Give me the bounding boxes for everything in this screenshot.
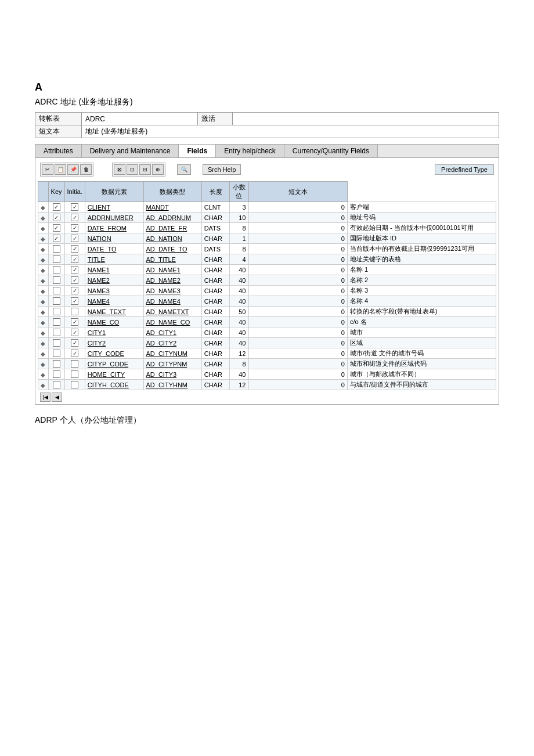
col-key-cb[interactable]: [48, 286, 64, 296]
tab-currency[interactable]: Currency/Quantity Fields: [284, 145, 378, 157]
col-key-cb[interactable]: [48, 348, 64, 359]
tab-delivery[interactable]: Delivery and Maintenance: [82, 145, 179, 157]
col-data-elem[interactable]: AD_DATE_TO: [143, 244, 201, 254]
col-data-elem[interactable]: AD_NAME4: [143, 296, 201, 307]
col-init-cb[interactable]: [64, 338, 85, 348]
col-field-name[interactable]: CITY1: [85, 327, 143, 338]
toolbar-btn-grid4[interactable]: ⊕: [152, 164, 164, 175]
toolbar-btn-copy[interactable]: 📋: [55, 164, 66, 175]
col-dtype: CHAR: [201, 286, 230, 296]
col-key-cb[interactable]: [48, 233, 64, 244]
col-dec: 0: [248, 359, 347, 369]
toolbar-btn-delete[interactable]: 🗑: [80, 164, 92, 175]
srch-help-button[interactable]: Srch Help: [203, 164, 241, 175]
toolbar-btn-grid3[interactable]: ⊟: [139, 164, 151, 175]
col-init-cb[interactable]: [64, 296, 85, 307]
col-data-elem[interactable]: AD_NATION: [143, 233, 201, 244]
col-init-cb[interactable]: [64, 223, 85, 233]
tab-fields[interactable]: Fields: [179, 145, 216, 157]
col-key-cb[interactable]: [48, 359, 64, 369]
col-init-cb[interactable]: [64, 369, 85, 380]
col-field-name[interactable]: CITY2: [85, 338, 143, 348]
col-key-cb[interactable]: [48, 317, 64, 327]
col-init-cb[interactable]: [64, 307, 85, 317]
nav-prev[interactable]: ◀: [52, 393, 62, 402]
col-init-cb[interactable]: [64, 265, 85, 275]
col-data-elem[interactable]: MANDT: [143, 202, 201, 213]
col-key-cb[interactable]: [48, 244, 64, 254]
col-data-elem[interactable]: AD_NAME3: [143, 286, 201, 296]
col-field-name[interactable]: CITYH_CODE: [85, 380, 143, 390]
toolbar-btn-grid1[interactable]: ⊠: [114, 164, 125, 175]
col-field-name[interactable]: CLIENT: [85, 202, 143, 213]
row-icon: ◆: [38, 296, 49, 307]
col-data-elem[interactable]: AD_NAME2: [143, 275, 201, 286]
nav-first[interactable]: |◀: [40, 393, 50, 402]
col-field-name[interactable]: ADDRNUMBER: [85, 213, 143, 223]
col-data-elem[interactable]: AD_DATE_FR: [143, 223, 201, 233]
toolbar-btn-filter[interactable]: 🔍: [177, 164, 191, 175]
col-field-name[interactable]: NAME_TEXT: [85, 307, 143, 317]
col-key-cb[interactable]: [48, 369, 64, 380]
col-data-elem[interactable]: AD_NAMETXT: [143, 307, 201, 317]
col-field-name[interactable]: NAME_CO: [85, 317, 143, 327]
col-key-cb[interactable]: [48, 265, 64, 275]
col-key-cb[interactable]: [48, 223, 64, 233]
col-data-elem[interactable]: AD_CITYPNM: [143, 359, 201, 369]
col-init-cb[interactable]: [64, 359, 85, 369]
col-init-cb[interactable]: [64, 244, 85, 254]
col-field-name[interactable]: NAME3: [85, 286, 143, 296]
toolbar-btn-grid2[interactable]: ⊡: [127, 164, 138, 175]
col-data-elem[interactable]: AD_ADDRNUM: [143, 213, 201, 223]
tab-entry-help[interactable]: Entry help/check: [216, 145, 284, 157]
col-short-text: 区域: [347, 338, 496, 348]
tab-attributes[interactable]: Attributes: [35, 145, 82, 157]
col-init-cb[interactable]: [64, 348, 85, 359]
col-key-cb[interactable]: [48, 380, 64, 390]
col-key-cb[interactable]: [48, 213, 64, 223]
col-key-cb[interactable]: [48, 296, 64, 307]
col-field-name[interactable]: DATE_TO: [85, 244, 143, 254]
col-data-elem[interactable]: AD_CITY1: [143, 327, 201, 338]
toolbar-btn-cut[interactable]: ✂: [42, 164, 53, 175]
col-data-elem[interactable]: AD_CITYHNM: [143, 380, 201, 390]
col-field-name[interactable]: CITYP_CODE: [85, 359, 143, 369]
col-dtype: CHAR: [201, 307, 230, 317]
col-field-name[interactable]: TITLE: [85, 254, 143, 265]
col-field-name[interactable]: NAME4: [85, 296, 143, 307]
meta-label-1: 转帐表: [35, 113, 82, 125]
col-data-elem[interactable]: AD_CITY2: [143, 338, 201, 348]
col-data-elem[interactable]: AD_NAME1: [143, 265, 201, 275]
toolbar-btn-paste[interactable]: 📌: [67, 164, 79, 175]
col-init-cb[interactable]: [64, 213, 85, 223]
col-key-cb[interactable]: [48, 307, 64, 317]
col-dtype: CHAR: [201, 359, 230, 369]
col-key-cb[interactable]: [48, 254, 64, 265]
col-field-name[interactable]: HOME_CITY: [85, 369, 143, 380]
col-init-cb[interactable]: [64, 317, 85, 327]
col-field-name[interactable]: NAME1: [85, 265, 143, 275]
col-data-elem[interactable]: AD_CITY3: [143, 369, 201, 380]
col-init-cb[interactable]: [64, 233, 85, 244]
col-field-name[interactable]: CITY_CODE: [85, 348, 143, 359]
col-init-cb[interactable]: [64, 380, 85, 390]
col-key-cb[interactable]: [48, 338, 64, 348]
col-field-name[interactable]: NATION: [85, 233, 143, 244]
col-field-name[interactable]: DATE_FROM: [85, 223, 143, 233]
col-init-cb[interactable]: [64, 254, 85, 265]
col-init-cb[interactable]: [64, 327, 85, 338]
col-init-cb[interactable]: [64, 286, 85, 296]
col-data-elem[interactable]: AD_TITLE: [143, 254, 201, 265]
col-field-name[interactable]: NAME2: [85, 275, 143, 286]
col-data-elem[interactable]: AD_NAME_CO: [143, 317, 201, 327]
table-row: ◆CITY_CODEAD_CITYNUMCHAR120城市/街道 文件的城市号码: [38, 348, 496, 359]
row-icon: ◆: [38, 327, 49, 338]
col-dec: 0: [248, 213, 347, 223]
col-key-cb[interactable]: [48, 202, 64, 213]
col-key-cb[interactable]: [48, 275, 64, 286]
col-init-cb[interactable]: [64, 202, 85, 213]
col-init-cb[interactable]: [64, 275, 85, 286]
col-key-cb[interactable]: [48, 327, 64, 338]
col-data-elem[interactable]: AD_CITYNUM: [143, 348, 201, 359]
col-len: 4: [230, 254, 248, 265]
